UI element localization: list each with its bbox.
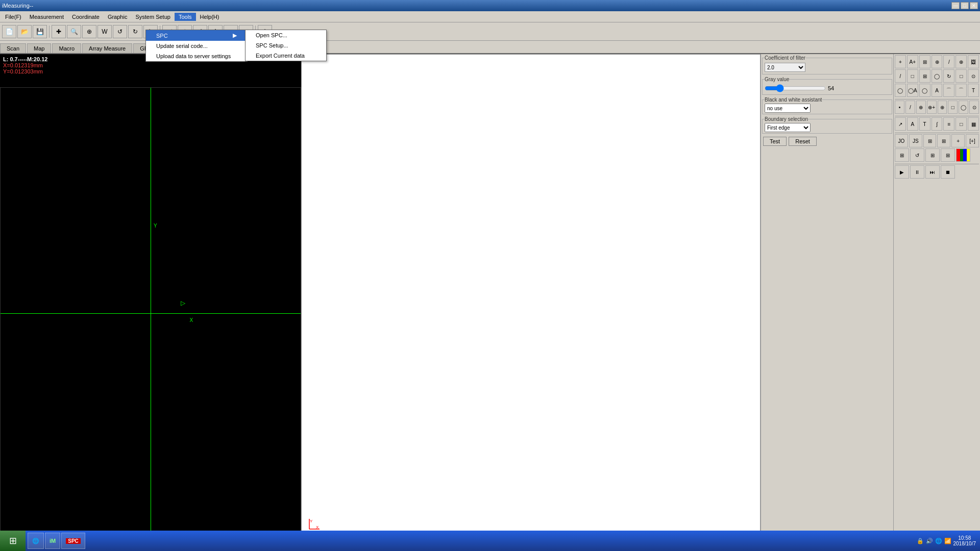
- tool-circle-icon[interactable]: ◯: [932, 69, 943, 83]
- tool-rotate-icon[interactable]: ↻: [943, 69, 954, 83]
- window-controls: — □ ✕: [951, 2, 978, 9]
- tool-up-arrow-icon[interactable]: ↗: [895, 117, 906, 131]
- tool-crosshair2[interactable]: ⊙: [968, 69, 979, 83]
- tab-scan[interactable]: Scan: [0, 43, 26, 53]
- pause-button[interactable]: ⏸: [910, 165, 924, 179]
- save-button[interactable]: 💾: [33, 25, 47, 38]
- open-button[interactable]: 📂: [17, 25, 32, 38]
- stop-button[interactable]: ⏹: [941, 165, 955, 179]
- tool-block-icon[interactable]: □: [955, 117, 967, 131]
- camera-view: Y X ▷: [0, 87, 301, 539]
- tool-arc2-icon[interactable]: ⌒: [943, 84, 954, 97]
- reset-button[interactable]: Reset: [789, 137, 817, 146]
- tool-circ2-icon[interactable]: ◯: [919, 84, 930, 97]
- tool-dim-icon[interactable]: T: [919, 117, 930, 131]
- tool-img-icon[interactable]: 🖼: [968, 55, 979, 68]
- crosshair-button[interactable]: ⊕: [82, 25, 96, 38]
- taskbar-spc[interactable]: SPC: [61, 533, 85, 549]
- tool-measure-icon[interactable]: T: [968, 84, 979, 97]
- tool-bullseye-icon[interactable]: ⊙: [969, 101, 979, 114]
- tool-crosshair3[interactable]: ⊕: [916, 101, 926, 114]
- tool-zoom-rect[interactable]: □: [955, 69, 967, 83]
- tool-zoomin-icon[interactable]: ⊕+: [927, 101, 937, 114]
- tool-display-icon[interactable]: ⊞: [895, 148, 909, 162]
- tool-line2-icon[interactable]: /: [905, 101, 915, 114]
- tool-report-icon[interactable]: ⊞: [923, 134, 937, 147]
- tab-map[interactable]: Map: [27, 43, 51, 53]
- tool-color-icon[interactable]: [956, 148, 970, 162]
- tool-cross-icon[interactable]: +: [895, 55, 906, 68]
- zoom-button[interactable]: 🔍: [67, 25, 81, 38]
- tool-box-icon[interactable]: □: [948, 101, 958, 114]
- tool-label-icon[interactable]: A: [932, 84, 943, 97]
- cursor-arrow: ▷: [181, 299, 185, 307]
- test-button[interactable]: Test: [763, 137, 787, 146]
- taskbar-browser[interactable]: 🌐: [28, 533, 44, 549]
- tool-plus-icon[interactable]: ⊕: [932, 55, 943, 68]
- maximize-button[interactable]: □: [961, 2, 969, 9]
- tab-macro[interactable]: Macro: [52, 43, 81, 53]
- clock: 10:58 2018/10/7: [953, 535, 976, 546]
- tool-export-icon[interactable]: ⊞: [937, 134, 950, 147]
- minimize-button[interactable]: —: [951, 2, 960, 9]
- tools-update-serial[interactable]: Update serial code...: [146, 41, 247, 51]
- filter-select[interactable]: 2.0 1.0 3.0 5.0: [765, 63, 805, 72]
- gray-row: 54: [765, 84, 890, 92]
- add-button[interactable]: ✚: [52, 25, 66, 38]
- tool-add2-icon[interactable]: +: [951, 134, 965, 147]
- tab-array-measure[interactable]: Array Measure: [82, 43, 132, 53]
- filter-legend: Coefficient of filter: [765, 55, 805, 61]
- tool-undo-icon[interactable]: ↺: [910, 148, 924, 162]
- menu-tools[interactable]: Tools: [175, 13, 196, 21]
- tool-row-3: ◯ ◯A ◯ A ⌒ ⌒ T: [895, 84, 979, 97]
- gray-value: 54: [828, 85, 834, 91]
- tool-line-icon[interactable]: /: [943, 55, 954, 68]
- tool-arc-icon[interactable]: ◯: [895, 84, 906, 97]
- spc-open[interactable]: Open SPC...: [246, 30, 326, 40]
- gray-slider[interactable]: [765, 84, 826, 92]
- tool-oval-icon[interactable]: ◯: [959, 101, 968, 114]
- tool-point-icon[interactable]: •: [895, 101, 904, 114]
- tool-curve-icon[interactable]: ∫: [932, 117, 943, 131]
- undo-button[interactable]: ↺: [113, 25, 127, 38]
- spc-export[interactable]: Export Current data: [246, 51, 326, 61]
- menu-measurement[interactable]: Measurement: [26, 13, 68, 21]
- w-button[interactable]: W: [97, 25, 112, 38]
- taskbar-imeasuring[interactable]: iM: [45, 533, 60, 549]
- tool-arc3-icon[interactable]: ⌒: [955, 84, 967, 97]
- redo-button[interactable]: ↻: [128, 25, 142, 38]
- menu-system-setup[interactable]: System Setup: [131, 13, 174, 21]
- tool-addbox-icon[interactable]: [+]: [966, 134, 979, 147]
- tool-grid2-icon[interactable]: ▦: [968, 117, 979, 131]
- tool-edit-icon[interactable]: ⊞: [925, 148, 940, 162]
- tool-diag-icon[interactable]: /: [895, 69, 906, 83]
- tools-spc-item[interactable]: SPC ▶: [146, 30, 247, 41]
- menu-graphic[interactable]: Graphic: [104, 13, 132, 21]
- play-button[interactable]: ▶: [895, 165, 909, 179]
- tool-grid-icon[interactable]: ⊞: [919, 55, 930, 68]
- new-button[interactable]: 📄: [2, 25, 16, 38]
- next-button[interactable]: ⏭: [925, 165, 940, 179]
- tool-text2-icon[interactable]: A: [907, 117, 918, 131]
- boundary-select[interactable]: First edge Last edge Auto: [765, 123, 811, 132]
- tool-save2-icon[interactable]: ⊞: [941, 148, 955, 162]
- close-button[interactable]: ✕: [970, 2, 978, 9]
- test-reset-row: Test Reset: [761, 135, 893, 148]
- tool-js-icon[interactable]: JS: [909, 134, 922, 147]
- menu-help[interactable]: Help(H): [196, 13, 224, 21]
- menu-coordinate[interactable]: Coordinate: [68, 13, 104, 21]
- bw-select[interactable]: no use use: [765, 104, 811, 113]
- tool-zoom-plus[interactable]: ⊕: [955, 55, 967, 68]
- tool-spline-icon[interactable]: ≡: [943, 117, 954, 131]
- spc-setup[interactable]: SPC Setup...: [246, 40, 326, 51]
- menu-file[interactable]: File(F): [1, 13, 26, 21]
- tool-rect-icon[interactable]: □: [907, 69, 918, 83]
- tools-upload-data[interactable]: Upload data to server settings: [146, 51, 247, 61]
- tool-text-icon[interactable]: A+: [907, 55, 918, 68]
- tool-jo-icon[interactable]: JO: [895, 134, 908, 147]
- tool-table-icon[interactable]: ⊞: [919, 69, 930, 83]
- tool-snap-icon[interactable]: ⊕: [938, 101, 947, 114]
- tool-ellipse-icon[interactable]: ◯A: [907, 84, 918, 97]
- filter-row: 2.0 1.0 3.0 5.0: [765, 63, 890, 72]
- start-button[interactable]: ⊞: [0, 531, 26, 551]
